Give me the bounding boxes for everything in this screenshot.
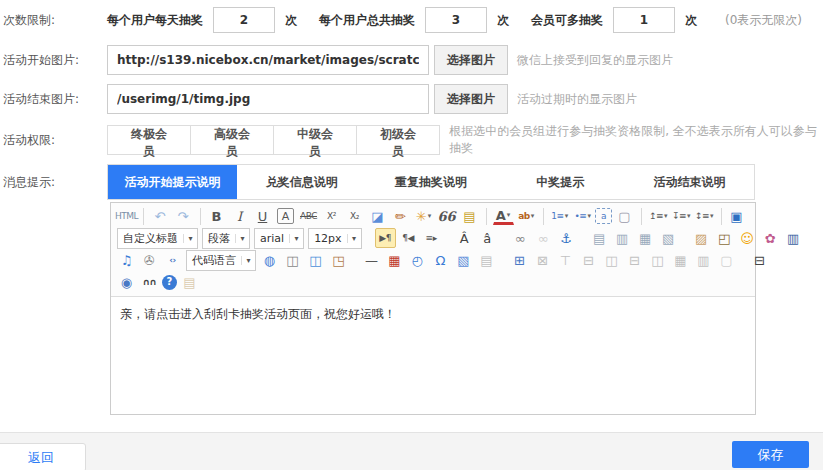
paragraph-space-top-icon[interactable]: ↥≡▾ bbox=[648, 206, 669, 226]
start-image-pick-button[interactable]: 选择图片 bbox=[434, 45, 508, 75]
bold-icon[interactable]: B bbox=[206, 206, 227, 226]
end-image-input[interactable] bbox=[107, 84, 429, 114]
message-tab[interactable]: 重复抽奖说明 bbox=[366, 165, 495, 199]
limit-fields: 每个用户每天抽奖次每个用户总共抽奖次会员可多抽奖次 bbox=[107, 7, 719, 33]
upload-image-icon[interactable]: ◰ bbox=[714, 228, 735, 248]
uppercase-icon[interactable]: Â bbox=[454, 228, 475, 248]
delete-col-icon: ◫ bbox=[647, 250, 668, 270]
indent-icon[interactable]: ≡▸ bbox=[421, 228, 442, 248]
toolbar-separator bbox=[721, 208, 722, 225]
strikethrough-icon[interactable]: ABC bbox=[298, 206, 319, 226]
font-color-icon[interactable]: A▾ bbox=[493, 208, 514, 225]
permission-hint: 根据选中的会员组进行参与抽奖资格限制, 全不选表示所有人可以参与抽奖 bbox=[449, 123, 823, 157]
paragraph-select-value: 段落 bbox=[203, 231, 235, 246]
paragraph-select[interactable]: 段落▾ bbox=[202, 228, 250, 249]
help-icon[interactable]: ? bbox=[162, 275, 177, 290]
message-tab[interactable]: 兑奖信息说明 bbox=[237, 165, 366, 199]
clear-doc-icon[interactable]: ▢ bbox=[614, 206, 635, 226]
member-group-button[interactable]: 终极会员 bbox=[107, 125, 191, 155]
attachment-icon[interactable]: ✇ bbox=[139, 250, 160, 270]
rtl-icon[interactable]: ¶◀ bbox=[398, 228, 419, 248]
member-group-button[interactable]: 中级会员 bbox=[273, 125, 357, 155]
unordered-list-icon[interactable]: •≡▾ bbox=[572, 206, 593, 226]
message-tab[interactable]: 中奖提示 bbox=[496, 165, 625, 199]
insert-table-icon[interactable]: ⊞ bbox=[509, 250, 530, 270]
limit-field-suffix: 次 bbox=[285, 12, 297, 29]
word-image-icon[interactable]: ▧ bbox=[453, 250, 474, 270]
map-icon[interactable]: ◍ bbox=[259, 250, 280, 270]
lowercase-icon[interactable]: â bbox=[477, 228, 498, 248]
ordered-list-icon[interactable]: 1≡▾ bbox=[549, 206, 570, 226]
end-image-row: 活动结束图片: 选择图片 活动过期时的显示图片 bbox=[0, 84, 823, 114]
snapscreen-icon[interactable]: ◳ bbox=[328, 250, 349, 270]
chevron-down-icon: ▾ bbox=[428, 213, 432, 220]
font-family-select[interactable]: arial▾ bbox=[254, 228, 304, 249]
insert-code-icon[interactable]: ‹› bbox=[162, 250, 183, 270]
search-replace-icon[interactable]: ∩∩ bbox=[139, 272, 160, 292]
emoji-icon[interactable]: ☺ bbox=[737, 228, 758, 248]
end-image-pick-button[interactable]: 选择图片 bbox=[434, 84, 508, 114]
anchor-icon[interactable]: ⚓ bbox=[556, 228, 577, 248]
time-icon[interactable]: ◴ bbox=[407, 250, 428, 270]
limit-row-label: 次数限制: bbox=[0, 12, 107, 29]
member-group-button[interactable]: 初级会员 bbox=[356, 125, 440, 155]
redo-icon[interactable]: ↷ bbox=[173, 206, 194, 226]
format-brush-icon[interactable]: ✏ bbox=[390, 206, 411, 226]
insert-image-icon[interactable]: ▨ bbox=[691, 228, 712, 248]
video-icon[interactable]: ▥ bbox=[783, 228, 804, 248]
font-size-select[interactable]: 12px▾ bbox=[308, 228, 362, 249]
link-icon[interactable]: ∞ bbox=[510, 228, 531, 248]
font-size-select-value: 12px bbox=[309, 232, 347, 245]
auto-typeset-icon[interactable]: ✳▾ bbox=[413, 206, 434, 226]
horizontal-rule-icon[interactable]: — bbox=[361, 250, 382, 270]
undo-icon[interactable]: ↶ bbox=[150, 206, 171, 226]
pagebreak-icon[interactable]: ◫ bbox=[282, 250, 303, 270]
start-image-input[interactable] bbox=[107, 45, 429, 75]
limit-item: 每个用户每天抽奖次 bbox=[107, 7, 319, 33]
member-group-button[interactable]: 高级会员 bbox=[190, 125, 274, 155]
back-button[interactable]: 返回 bbox=[0, 443, 86, 470]
subscript-icon[interactable]: X₂ bbox=[344, 206, 365, 226]
blockquote-icon[interactable]: 66 bbox=[436, 206, 457, 226]
align-right-icon[interactable]: ▦ bbox=[635, 228, 656, 248]
ltr-icon[interactable]: ▶¶ bbox=[375, 228, 396, 248]
limit-field-label: 每个用户总共抽奖 bbox=[319, 12, 415, 29]
insert-row-icon: ⊟ bbox=[578, 250, 599, 270]
message-tab[interactable]: 活动开始提示说明 bbox=[108, 165, 237, 199]
italic-icon[interactable]: I bbox=[229, 206, 250, 226]
preview-icon[interactable]: ◉ bbox=[116, 272, 137, 292]
align-justify-icon[interactable]: ▧ bbox=[658, 228, 679, 248]
end-image-label: 活动结束图片: bbox=[0, 91, 107, 108]
paragraph-space-bottom-icon[interactable]: ↧≡▾ bbox=[671, 206, 692, 226]
remove-format-icon[interactable]: ◪ bbox=[367, 206, 388, 226]
print-icon[interactable]: ⊟ bbox=[749, 250, 770, 270]
custom-title-select[interactable]: 自定义标题▾ bbox=[117, 228, 198, 249]
message-tab[interactable]: 活动结束说明 bbox=[625, 165, 754, 199]
underline-icon[interactable]: U bbox=[252, 206, 273, 226]
html-source-icon[interactable]: HTML bbox=[116, 206, 137, 226]
date-icon[interactable]: ▦ bbox=[384, 250, 405, 270]
split-cells-icon: ▥ bbox=[693, 250, 714, 270]
code-language-select[interactable]: 代码语言▾ bbox=[186, 250, 256, 271]
limit-field-label: 会员可多抽奖 bbox=[531, 12, 603, 29]
template-icon[interactable]: ◫ bbox=[305, 250, 326, 270]
limit-count-input-2[interactable] bbox=[425, 7, 487, 33]
limit-count-input-1[interactable] bbox=[213, 7, 275, 33]
music-icon[interactable]: ♫ bbox=[116, 250, 137, 270]
superscript-icon[interactable]: X² bbox=[321, 206, 342, 226]
limit-count-input-3[interactable] bbox=[613, 7, 675, 33]
chevron-down-icon: ▾ bbox=[587, 213, 590, 220]
paste-text-icon[interactable]: ▤ bbox=[459, 206, 480, 226]
save-button[interactable]: 保存 bbox=[732, 441, 809, 468]
special-chars-icon[interactable]: Ω bbox=[430, 250, 451, 270]
fullscreen-icon[interactable]: ▣ bbox=[726, 206, 747, 226]
align-center-icon[interactable]: ▥ bbox=[612, 228, 633, 248]
editor-content[interactable]: 亲，请点击进入刮刮卡抽奖活动页面，祝您好运哦！ bbox=[111, 297, 755, 414]
select-all-icon[interactable]: a bbox=[595, 208, 612, 224]
highlight-color-icon[interactable]: ab▾ bbox=[516, 206, 537, 226]
font-border-icon[interactable]: A bbox=[277, 208, 294, 224]
toolbar-row-4: ◉∩∩?▤ bbox=[115, 271, 751, 293]
line-height-icon[interactable]: ↕≡▾ bbox=[694, 206, 715, 226]
scrawl-icon[interactable]: ✿ bbox=[760, 228, 781, 248]
align-left-icon[interactable]: ▤ bbox=[589, 228, 610, 248]
